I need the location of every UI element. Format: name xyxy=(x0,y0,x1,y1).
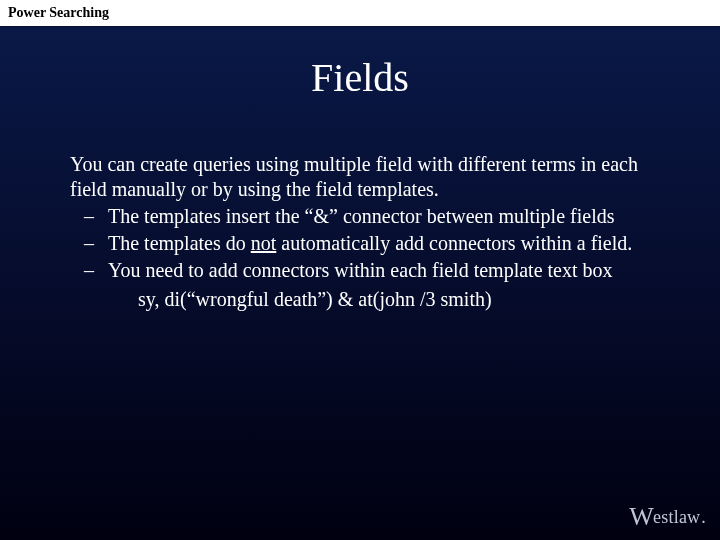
example-query: sy, di(“wrongful death”) & at(john /3 sm… xyxy=(138,287,670,312)
bullet-text: The templates insert the “&” connector b… xyxy=(108,204,670,229)
bullet-text: The templates do not automatically add c… xyxy=(108,231,670,256)
slide: Power Searching Fields You can create qu… xyxy=(0,0,720,540)
slide-body: You can create queries using multiple fi… xyxy=(70,152,670,312)
slide-title: Fields xyxy=(0,54,720,101)
header-label: Power Searching xyxy=(0,0,720,21)
bullet-item: – The templates do not automatically add… xyxy=(70,231,670,256)
bullet-dash: – xyxy=(70,258,108,283)
intro-text: You can create queries using multiple fi… xyxy=(70,152,670,202)
bullet-text: You need to add connectors within each f… xyxy=(108,258,670,283)
header-bar: Power Searching xyxy=(0,0,720,26)
logo-w: W xyxy=(629,502,654,532)
bullet-item: – You need to add connectors within each… xyxy=(70,258,670,283)
bullet-item: – The templates insert the “&” connector… xyxy=(70,204,670,229)
bullet-list: – The templates insert the “&” connector… xyxy=(70,204,670,283)
bullet-dash: – xyxy=(70,204,108,229)
westlaw-logo: Westlaw. xyxy=(629,502,706,532)
logo-dot: . xyxy=(701,507,706,528)
bullet-dash: – xyxy=(70,231,108,256)
logo-rest: estlaw xyxy=(653,507,700,528)
